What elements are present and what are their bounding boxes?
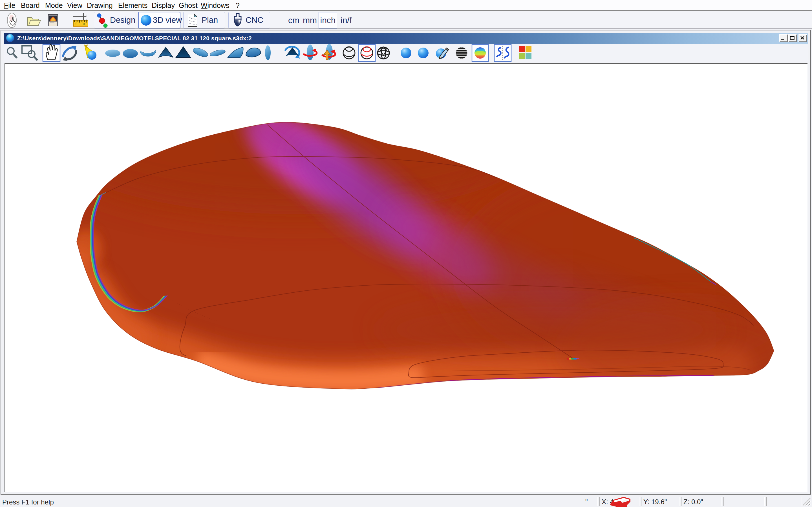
svg-text:0: 0 <box>83 22 85 25</box>
svg-text:1: 1 <box>75 22 77 25</box>
